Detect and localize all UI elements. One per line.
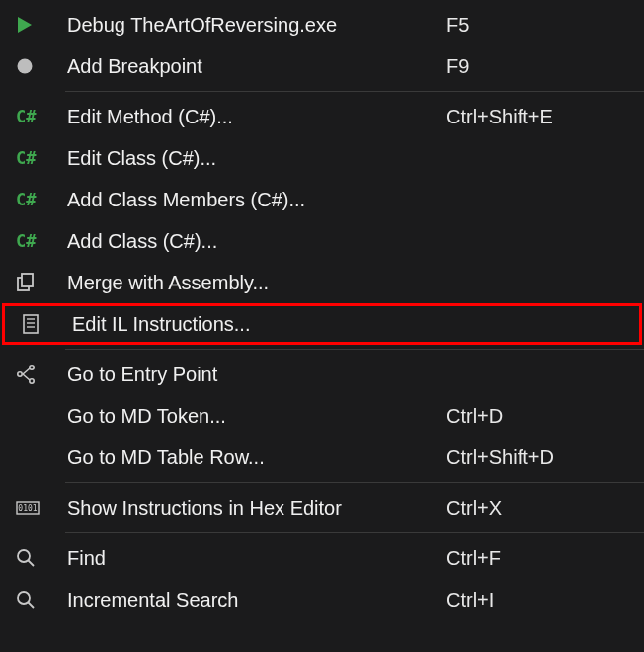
- menu-item-label: Add Class Members (C#)...: [67, 189, 446, 211]
- menu-item-show-hex[interactable]: 0101 Show Instructions in Hex Editor Ctr…: [0, 487, 644, 529]
- menu-item-label: Edit Class (C#)...: [67, 147, 446, 170]
- svg-point-7: [18, 372, 22, 376]
- menu-item-merge-assembly[interactable]: Merge with Assembly...: [0, 262, 644, 303]
- svg-point-10: [30, 366, 34, 369]
- svg-point-16: [18, 592, 30, 604]
- separator: [65, 91, 644, 92]
- menu-item-add-breakpoint[interactable]: Add Breakpoint F9: [0, 45, 644, 87]
- menu-item-label: Debug TheArtOfReversing.exe: [67, 14, 446, 37]
- csharp-icon: C#: [16, 231, 67, 251]
- merge-icon: [16, 273, 67, 292]
- menu-item-shortcut: Ctrl+D: [446, 405, 624, 428]
- svg-line-15: [29, 561, 35, 567]
- menu-item-label: Edit Method (C#)...: [67, 106, 446, 128]
- svg-line-9: [23, 374, 30, 380]
- menu-item-add-class-members[interactable]: C# Add Class Members (C#)...: [0, 179, 644, 220]
- search-icon: [16, 590, 67, 610]
- menu-item-label: Go to Entry Point: [67, 364, 446, 386]
- separator: [65, 482, 644, 483]
- menu-item-goto-md-token[interactable]: Go to MD Token... Ctrl+D: [0, 395, 644, 437]
- context-menu: Debug TheArtOfReversing.exe F5 Add Break…: [0, 0, 644, 620]
- hex-icon: 0101: [16, 501, 67, 515]
- menu-item-shortcut: Ctrl+Shift+E: [446, 106, 624, 128]
- menu-item-label: Show Instructions in Hex Editor: [67, 497, 446, 520]
- menu-item-label: Go to MD Table Row...: [67, 447, 446, 469]
- svg-rect-3: [24, 315, 38, 333]
- csharp-icon: C#: [16, 107, 67, 126]
- svg-text:0101: 0101: [18, 504, 37, 513]
- menu-item-label: Add Class (C#)...: [67, 230, 446, 253]
- menu-item-label: Find: [67, 547, 446, 570]
- menu-item-label: Add Breakpoint: [67, 55, 446, 78]
- menu-item-find[interactable]: Find Ctrl+F: [0, 537, 644, 579]
- menu-item-shortcut: Ctrl+Shift+D: [446, 447, 624, 469]
- svg-line-8: [23, 368, 30, 374]
- separator: [65, 532, 644, 533]
- menu-item-debug[interactable]: Debug TheArtOfReversing.exe F5: [0, 4, 644, 45]
- search-icon: [16, 548, 67, 568]
- svg-point-0: [18, 59, 33, 74]
- svg-line-17: [29, 603, 35, 609]
- document-icon: [21, 314, 72, 334]
- menu-item-shortcut: F5: [446, 14, 624, 37]
- csharp-icon: C#: [16, 190, 67, 209]
- menu-item-shortcut: Ctrl+X: [446, 497, 624, 520]
- menu-item-edit-class[interactable]: C# Edit Class (C#)...: [0, 137, 644, 179]
- separator: [65, 349, 644, 350]
- svg-point-11: [30, 379, 34, 383]
- menu-item-shortcut: F9: [446, 55, 624, 78]
- menu-item-shortcut: Ctrl+F: [446, 547, 624, 570]
- menu-item-label: Go to MD Token...: [67, 405, 446, 428]
- menu-item-edit-method[interactable]: C# Edit Method (C#)... Ctrl+Shift+E: [0, 96, 644, 137]
- csharp-icon: C#: [16, 148, 67, 168]
- breakpoint-icon: [16, 57, 67, 75]
- svg-point-14: [18, 550, 30, 562]
- menu-item-goto-md-table-row[interactable]: Go to MD Table Row... Ctrl+Shift+D: [0, 437, 644, 478]
- entry-point-icon: [16, 365, 67, 384]
- play-icon: [16, 16, 67, 34]
- svg-rect-2: [22, 274, 33, 286]
- menu-item-label: Merge with Assembly...: [67, 272, 446, 294]
- menu-item-label: Edit IL Instructions...: [72, 313, 442, 336]
- menu-item-incremental-search[interactable]: Incremental Search Ctrl+I: [0, 579, 644, 620]
- menu-item-label: Incremental Search: [67, 589, 446, 611]
- menu-item-goto-entry[interactable]: Go to Entry Point: [0, 354, 644, 395]
- menu-item-edit-il[interactable]: Edit IL Instructions...: [2, 303, 642, 345]
- menu-item-shortcut: Ctrl+I: [446, 589, 624, 611]
- menu-item-add-class[interactable]: C# Add Class (C#)...: [0, 220, 644, 262]
